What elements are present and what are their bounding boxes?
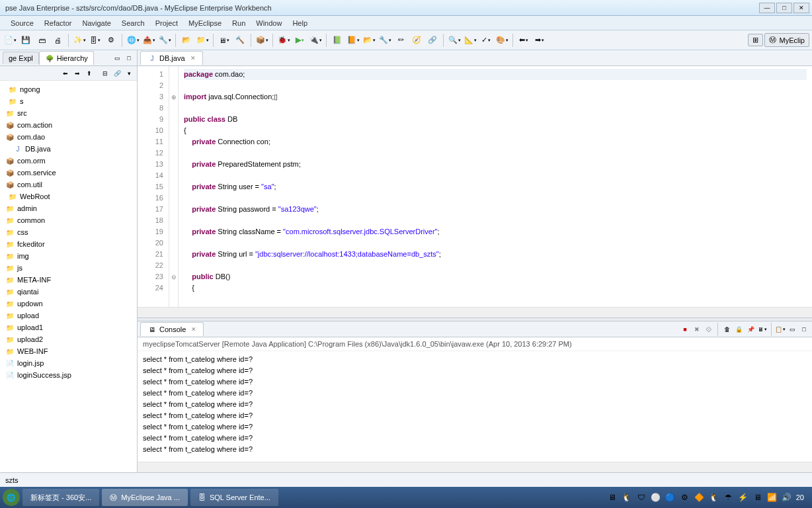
link-editor-icon[interactable]: 🔗 <box>112 68 122 79</box>
open-console-icon[interactable]: 📋▾ <box>775 324 786 335</box>
tree-item[interactable]: 📁META-INF <box>0 274 137 286</box>
menu-source[interactable]: Source <box>5 17 39 29</box>
taskbar-item-sqlserver[interactable]: 🗄 SQL Server Ente... <box>190 489 278 506</box>
taskbar-item-browser[interactable]: 新标签页 - 360安... <box>22 489 99 506</box>
view-menu-icon[interactable]: ▾ <box>124 68 134 79</box>
minimize-button[interactable]: — <box>759 3 775 13</box>
tree-item[interactable]: 📁ngong <box>0 83 137 95</box>
menu-window[interactable]: Window <box>251 17 287 29</box>
min-console-icon[interactable]: ▭ <box>787 324 797 335</box>
save-all-icon[interactable]: 🗃 <box>34 33 49 48</box>
world-icon[interactable]: 🌐▾ <box>126 33 140 48</box>
tray-icon[interactable]: 🐧 <box>622 492 632 503</box>
forward-nav-icon[interactable]: ➡ <box>72 68 83 79</box>
close-tab-icon[interactable]: ✕ <box>190 55 196 62</box>
tool-icon[interactable]: 🔨 <box>233 33 247 48</box>
menu-refactor[interactable]: Refactor <box>39 17 77 29</box>
tray-icon[interactable]: ⚙ <box>680 492 690 503</box>
clear-icon[interactable]: 🗑 <box>721 324 732 335</box>
tray-icon[interactable]: 🖥 <box>607 492 618 503</box>
up-nav-icon[interactable]: ⬆ <box>84 68 95 79</box>
tree-item[interactable]: 📁qiantai <box>0 286 137 298</box>
fold-toggle-icon[interactable]: ⊖ <box>169 271 178 282</box>
new-class-icon[interactable]: 📙▾ <box>346 33 360 48</box>
edit-icon[interactable]: ✏ <box>393 33 408 48</box>
tree-item[interactable]: 📦com.service <box>0 167 137 179</box>
new-folder-icon[interactable]: 📂▾ <box>362 33 376 48</box>
tree-item[interactable]: JDB.java <box>0 143 137 155</box>
code-editor[interactable]: 12389101112131415161718192021222324 ⊕⊖ p… <box>138 66 812 307</box>
max-console-icon[interactable]: □ <box>799 324 809 335</box>
tree-item[interactable]: 📁upload <box>0 310 137 321</box>
tree-item[interactable]: 📁upload1 <box>0 321 137 333</box>
terminate-icon[interactable]: ■ <box>680 324 690 335</box>
tray-icon[interactable]: ⚡ <box>738 492 749 503</box>
back-icon[interactable]: ⬅▾ <box>516 33 531 48</box>
close-console-icon[interactable]: ✕ <box>191 326 196 333</box>
minimize-view-icon[interactable]: ▭ <box>112 53 122 64</box>
tree-item[interactable]: 📁admin <box>0 202 137 214</box>
package-tree[interactable]: 📁ngong📁s📁src📦com.action📦com.daoJDB.java📦… <box>0 81 137 472</box>
open-icon[interactable]: 📂 <box>179 33 194 48</box>
tree-item[interactable]: 📁WebRoot <box>0 190 137 202</box>
tool2-icon[interactable]: 🔧▾ <box>378 33 392 48</box>
tree-item[interactable]: 📁updown <box>0 298 137 310</box>
tray-icon[interactable]: 📶 <box>767 492 778 503</box>
menu-search[interactable]: Search <box>116 17 150 29</box>
perspective-myeclipse[interactable]: Ⓜ MyEclip <box>764 33 809 47</box>
run-icon[interactable]: ▶▾ <box>292 33 307 48</box>
tree-item[interactable]: 📦com.orm <box>0 155 137 167</box>
pin-icon[interactable]: 📌 <box>745 324 756 335</box>
console-output[interactable]: select * from t_catelog where id=?select… <box>138 351 812 462</box>
tree-item[interactable]: 📁js <box>0 262 137 274</box>
debug-icon[interactable]: 🐞▾ <box>276 33 291 48</box>
tab-console[interactable]: 🖥 Console ✕ <box>140 322 204 336</box>
tree-item[interactable]: 📦com.dao <box>0 131 137 143</box>
tray-icon[interactable]: 🐧 <box>709 492 719 503</box>
db-icon[interactable]: 🗄▾ <box>88 33 102 48</box>
open-perspective-button[interactable]: ⊞ <box>748 34 763 46</box>
tray-icon[interactable]: ☂ <box>723 492 734 503</box>
tray-icon[interactable]: 🔶 <box>694 492 705 503</box>
tab-hierarchy[interactable]: 🌳Hierarchy <box>39 51 94 65</box>
tree-item[interactable]: 📁fckeditor <box>0 238 137 250</box>
folder-icon[interactable]: 📁▾ <box>195 33 210 48</box>
tray-icon[interactable]: 🖥 <box>752 492 763 503</box>
maximize-view-icon[interactable]: □ <box>124 53 134 64</box>
menu-myeclipse[interactable]: MyEclipse <box>183 17 227 29</box>
menu-help[interactable]: Help <box>287 17 313 29</box>
ext-icon[interactable]: 🔌▾ <box>308 33 323 48</box>
save-icon[interactable]: 💾 <box>19 33 33 48</box>
tree-item[interactable]: 📁css <box>0 226 137 238</box>
mark-icon[interactable]: ✓▾ <box>479 33 493 48</box>
tab-package-explorer[interactable]: ge Expl <box>3 52 39 64</box>
tray-icon[interactable]: 🛡 <box>636 492 647 503</box>
compass-icon[interactable]: 🧭 <box>409 33 424 48</box>
deploy-icon[interactable]: 📤▾ <box>142 33 156 48</box>
console-horizontal-scrollbar[interactable] <box>138 462 812 472</box>
box-icon[interactable]: 📦▾ <box>255 33 269 48</box>
taskbar-start[interactable]: 🌐 <box>3 489 20 506</box>
gear-icon[interactable]: ⚙ <box>104 33 118 48</box>
new-pkg-icon[interactable]: 📗 <box>330 33 345 48</box>
tray-clock[interactable]: 20 <box>796 493 804 501</box>
style-icon[interactable]: 🎨▾ <box>495 33 509 48</box>
tree-item[interactable]: 📁src <box>0 107 137 119</box>
filter-icon[interactable]: 🔍▾ <box>447 33 462 48</box>
wand-icon[interactable]: ✨▾ <box>72 33 87 48</box>
forward-icon[interactable]: ➡▾ <box>532 33 547 48</box>
display-icon[interactable]: 🖥▾ <box>757 324 768 335</box>
tray-volume-icon[interactable]: 🔊 <box>782 492 792 503</box>
tree-item[interactable]: 📄login.jsp <box>0 357 137 369</box>
menu-navigate[interactable]: Navigate <box>77 17 116 29</box>
tray-icon[interactable]: 🔵 <box>665 492 676 503</box>
format-icon[interactable]: 📐▾ <box>463 33 477 48</box>
tree-item[interactable]: 📦com.util <box>0 179 137 190</box>
tree-item[interactable]: 📁WEB-INF <box>0 345 137 357</box>
tree-item[interactable]: 📁common <box>0 214 137 226</box>
remove-all-icon[interactable]: ⛒ <box>704 324 714 335</box>
screen-icon[interactable]: 🖥▾ <box>217 33 231 48</box>
tree-item[interactable]: 📁s <box>0 95 137 107</box>
back-nav-icon[interactable]: ⬅ <box>60 68 71 79</box>
taskbar-item-myeclipse[interactable]: Ⓜ MyEclipse Java ... <box>102 489 188 506</box>
